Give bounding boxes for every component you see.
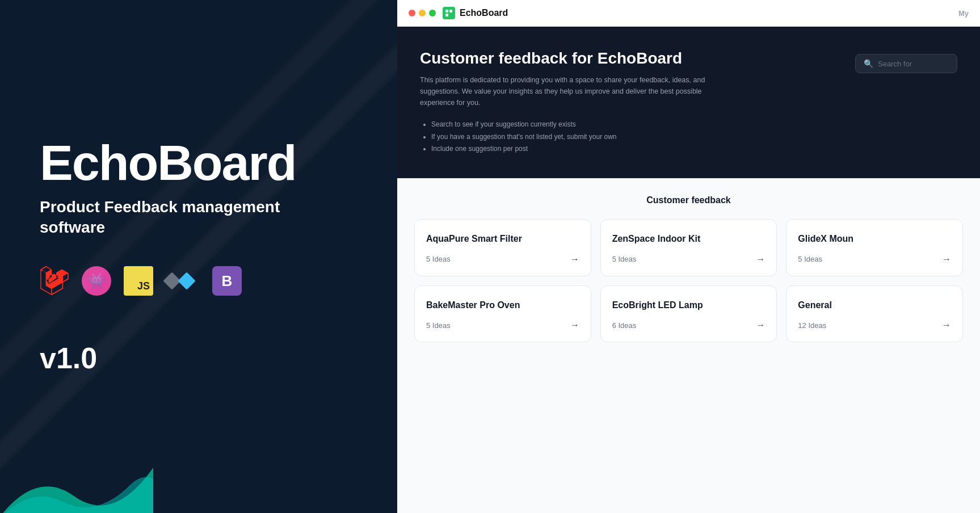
- bullet-2: If you have a suggestion that's not list…: [431, 131, 832, 144]
- javascript-icon: JS: [124, 266, 153, 296]
- search-icon: 🔍: [864, 59, 873, 68]
- wave-decoration: [0, 411, 153, 513]
- card-footer-1: 5 Ideas →: [612, 254, 766, 264]
- browser-chrome: EchoBoard My: [397, 0, 980, 27]
- card-ideas-5: 12 Ideas: [798, 321, 826, 330]
- card-title-2: GlideX Moun: [798, 233, 951, 245]
- browser-nav: My: [958, 9, 969, 18]
- feedback-card-1[interactable]: ZenSpace Indoor Kit 5 Ideas →: [600, 219, 777, 276]
- logo-icon: [443, 7, 455, 19]
- card-title-4: EcoBright LED Lamp: [612, 300, 766, 312]
- feedback-card-3[interactable]: BakeMaster Pro Oven 5 Ideas →: [414, 285, 591, 343]
- card-ideas-1: 5 Ideas: [612, 255, 637, 263]
- bootstrap-icon: B: [212, 266, 242, 296]
- card-ideas-3: 5 Ideas: [426, 321, 451, 330]
- feedback-card-0[interactable]: AquaPure Smart Filter 5 Ideas →: [414, 219, 591, 276]
- right-panel: EchoBoard My Customer feedback for EchoB…: [397, 0, 980, 513]
- card-footer-4: 6 Ideas →: [612, 320, 766, 330]
- close-dot[interactable]: [409, 10, 415, 16]
- minimize-dot[interactable]: [419, 10, 426, 16]
- svg-rect-2: [445, 14, 448, 16]
- app-name: EchoBoard: [460, 8, 508, 18]
- search-box[interactable]: 🔍 Search for: [855, 54, 957, 73]
- browser-dots: [409, 10, 436, 16]
- card-footer-2: 5 Ideas →: [798, 254, 951, 264]
- feedback-card-5[interactable]: General 12 Ideas →: [786, 285, 963, 343]
- hero-title: Customer feedback for EchoBoard: [420, 49, 832, 68]
- svg-rect-0: [445, 10, 448, 12]
- left-panel: EchoBoard Product Feedback management so…: [0, 0, 397, 513]
- hero-bullets: Search to see if your suggestion current…: [420, 119, 832, 155]
- feedback-card-4[interactable]: EcoBright LED Lamp 6 Ideas →: [600, 285, 777, 343]
- version-badge: v1.0: [40, 341, 363, 375]
- card-title-5: General: [798, 300, 951, 312]
- card-arrow-4: →: [756, 320, 765, 330]
- hero-description: This platform is dedicated to providing …: [420, 74, 715, 108]
- main-content: Customer feedback AquaPure Smart Filter …: [397, 178, 980, 513]
- card-title-3: BakeMaster Pro Oven: [426, 300, 579, 312]
- feedback-card-2[interactable]: GlideX Moun 5 Ideas →: [786, 219, 963, 276]
- card-arrow-2: →: [942, 254, 951, 264]
- search-placeholder: Search for: [878, 60, 912, 68]
- bullet-1: Search to see if your suggestion current…: [431, 119, 832, 131]
- card-footer-5: 12 Ideas →: [798, 320, 951, 330]
- card-title-1: ZenSpace Indoor Kit: [612, 233, 766, 245]
- card-arrow-1: →: [756, 254, 765, 264]
- card-arrow-0: →: [570, 254, 579, 264]
- section-title: Customer feedback: [414, 195, 963, 205]
- card-footer-3: 5 Ideas →: [426, 320, 579, 330]
- brand-title: EchoBoard: [40, 138, 363, 188]
- ghost-icon: 👾: [82, 266, 111, 296]
- alpinejs-icon: [166, 266, 200, 296]
- hero-section: Customer feedback for EchoBoard This pla…: [397, 27, 980, 178]
- tech-icons-row: 👾 JS B: [40, 266, 363, 296]
- svg-rect-1: [449, 10, 452, 12]
- card-footer-0: 5 Ideas →: [426, 254, 579, 264]
- brand-subtitle: Product Feedback management software: [40, 197, 312, 238]
- card-ideas-4: 6 Ideas: [612, 321, 637, 330]
- hero-content: Customer feedback for EchoBoard This pla…: [420, 49, 832, 155]
- card-arrow-5: →: [942, 320, 951, 330]
- card-arrow-3: →: [570, 320, 579, 330]
- laravel-icon: [40, 266, 69, 296]
- app-logo: EchoBoard: [443, 7, 508, 19]
- card-ideas-0: 5 Ideas: [426, 255, 451, 263]
- feedback-grid: AquaPure Smart Filter 5 Ideas → ZenSpace…: [414, 219, 963, 343]
- card-title-0: AquaPure Smart Filter: [426, 233, 579, 245]
- card-ideas-2: 5 Ideas: [798, 255, 822, 263]
- maximize-dot[interactable]: [429, 10, 436, 16]
- bullet-3: Include one suggestion per post: [431, 143, 832, 155]
